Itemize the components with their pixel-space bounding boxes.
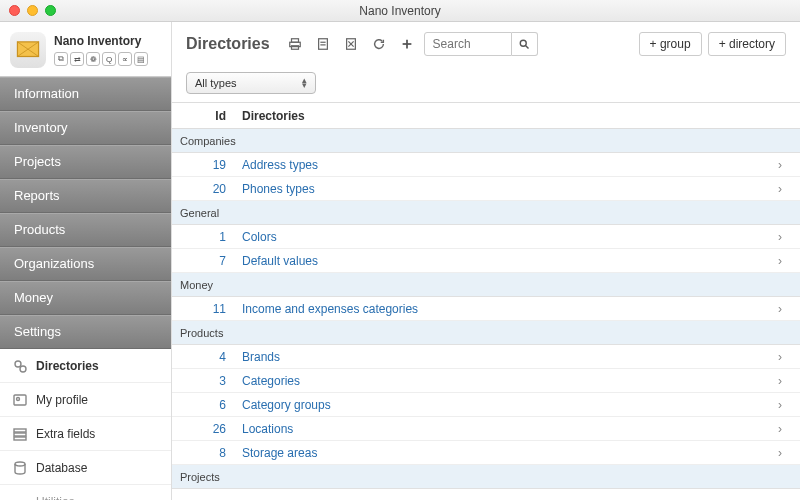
sidebar: Nano Inventory ⧉ ⇄ ❁ Q ∝ ▤ Information I… — [0, 22, 172, 500]
table-row[interactable]: 19Address types› — [172, 153, 800, 177]
brand-tool-2[interactable]: ⇄ — [70, 52, 84, 66]
subnav: Directories My profile Extra fields Data… — [0, 349, 171, 500]
chevron-right-icon[interactable]: › — [760, 158, 800, 172]
cell-name[interactable]: Category groups — [236, 398, 760, 412]
nav-organizations[interactable]: Organizations — [0, 247, 171, 281]
table-row[interactable]: 1Colors› — [172, 225, 800, 249]
svg-rect-8 — [14, 433, 26, 436]
brand-toolbar: ⧉ ⇄ ❁ Q ∝ ▤ — [54, 52, 148, 66]
cell-id: 6 — [172, 398, 236, 412]
subnav-label: My profile — [36, 393, 88, 407]
type-filter-value: All types — [195, 77, 237, 89]
cell-id: 7 — [172, 254, 236, 268]
chevron-right-icon[interactable]: › — [760, 422, 800, 436]
svg-rect-5 — [14, 395, 26, 405]
cell-name[interactable]: Colors — [236, 230, 760, 244]
cell-name[interactable]: Categories — [236, 374, 760, 388]
col-id[interactable]: Id — [172, 103, 236, 128]
col-name[interactable]: Directories — [236, 103, 760, 128]
chevron-right-icon[interactable]: › — [760, 398, 800, 412]
svg-rect-9 — [14, 437, 26, 440]
add-directory-button[interactable]: + directory — [708, 32, 786, 56]
titlebar: Nano Inventory — [0, 0, 800, 22]
maximize-button[interactable] — [45, 5, 56, 16]
cell-id: 1 — [172, 230, 236, 244]
search-button[interactable] — [512, 32, 538, 56]
table-row[interactable]: 7Default values› — [172, 249, 800, 273]
svg-line-23 — [526, 46, 529, 49]
subnav-label: Directories — [36, 359, 99, 373]
table-row[interactable]: 3Categories› — [172, 369, 800, 393]
svg-point-3 — [15, 361, 21, 367]
brand-tool-6[interactable]: ▤ — [134, 52, 148, 66]
chevron-right-icon[interactable]: › — [760, 302, 800, 316]
brand-tool-3[interactable]: ❁ — [86, 52, 100, 66]
chevron-right-icon[interactable]: › — [760, 254, 800, 268]
cell-name[interactable]: Storage areas — [236, 446, 760, 460]
nav-settings[interactable]: Settings — [0, 315, 171, 349]
group-header[interactable]: Money — [172, 273, 800, 297]
svg-point-10 — [15, 462, 25, 466]
table-header: Id Directories — [172, 103, 800, 129]
cell-name[interactable]: Brands — [236, 350, 760, 364]
table-row[interactable]: 8Storage areas› — [172, 441, 800, 465]
chevron-updown-icon: ▴▾ — [302, 78, 307, 88]
directory-table[interactable]: Id Directories Companies19Address types›… — [172, 102, 800, 500]
cell-name[interactable]: Income and expenses categories — [236, 302, 760, 316]
export-xls-icon[interactable] — [340, 33, 362, 55]
svg-point-4 — [20, 366, 26, 372]
export-doc-icon[interactable] — [312, 33, 334, 55]
chevron-right-icon[interactable]: › — [760, 350, 800, 364]
group-header[interactable]: General — [172, 201, 800, 225]
chevron-right-icon[interactable]: › — [760, 182, 800, 196]
table-row[interactable]: 26Locations› — [172, 417, 800, 441]
group-header[interactable]: Companies — [172, 129, 800, 153]
table-row[interactable]: 11Income and expenses categories› — [172, 297, 800, 321]
nav-reports[interactable]: Reports — [0, 179, 171, 213]
cell-id: 26 — [172, 422, 236, 436]
brand-tool-4[interactable]: Q — [102, 52, 116, 66]
search-input[interactable] — [424, 32, 512, 56]
add-icon[interactable] — [396, 33, 418, 55]
brand-title: Nano Inventory — [54, 34, 148, 48]
svg-point-22 — [520, 40, 526, 46]
nav-information[interactable]: Information — [0, 77, 171, 111]
cell-id: 4 — [172, 350, 236, 364]
brand-tool-1[interactable]: ⧉ — [54, 52, 68, 66]
nav-products[interactable]: Products — [0, 213, 171, 247]
cell-name[interactable]: Phones types — [236, 182, 760, 196]
svg-rect-13 — [291, 46, 298, 50]
table-row[interactable]: 6Category groups› — [172, 393, 800, 417]
cell-id: 8 — [172, 446, 236, 460]
nav-projects[interactable]: Projects — [0, 145, 171, 179]
group-header[interactable]: Products — [172, 321, 800, 345]
subnav-utilities[interactable]: Utilities — [0, 485, 171, 500]
minimize-button[interactable] — [27, 5, 38, 16]
main: Directories + group + directory All type… — [172, 22, 800, 500]
table-row[interactable]: 20Phones types› — [172, 177, 800, 201]
print-icon[interactable] — [284, 33, 306, 55]
cell-id: 11 — [172, 302, 236, 316]
group-header[interactable]: Projects — [172, 465, 800, 489]
nav-inventory[interactable]: Inventory — [0, 111, 171, 145]
add-group-button[interactable]: + group — [639, 32, 702, 56]
close-button[interactable] — [9, 5, 20, 16]
chevron-right-icon[interactable]: › — [760, 230, 800, 244]
chevron-right-icon[interactable]: › — [760, 374, 800, 388]
window-title: Nano Inventory — [0, 4, 800, 18]
cell-name[interactable]: Address types — [236, 158, 760, 172]
subnav-my-profile[interactable]: My profile — [0, 383, 171, 417]
nav-money[interactable]: Money — [0, 281, 171, 315]
type-filter-select[interactable]: All types ▴▾ — [186, 72, 316, 94]
utilities-icon — [12, 494, 28, 501]
cell-name[interactable]: Default values — [236, 254, 760, 268]
brand-tool-5[interactable]: ∝ — [118, 52, 132, 66]
refresh-icon[interactable] — [368, 33, 390, 55]
cell-name[interactable]: Locations — [236, 422, 760, 436]
subnav-extra-fields[interactable]: Extra fields — [0, 417, 171, 451]
table-row[interactable]: 4Brands› — [172, 345, 800, 369]
database-icon — [12, 460, 28, 476]
subnav-directories[interactable]: Directories — [0, 349, 171, 383]
subnav-database[interactable]: Database — [0, 451, 171, 485]
chevron-right-icon[interactable]: › — [760, 446, 800, 460]
